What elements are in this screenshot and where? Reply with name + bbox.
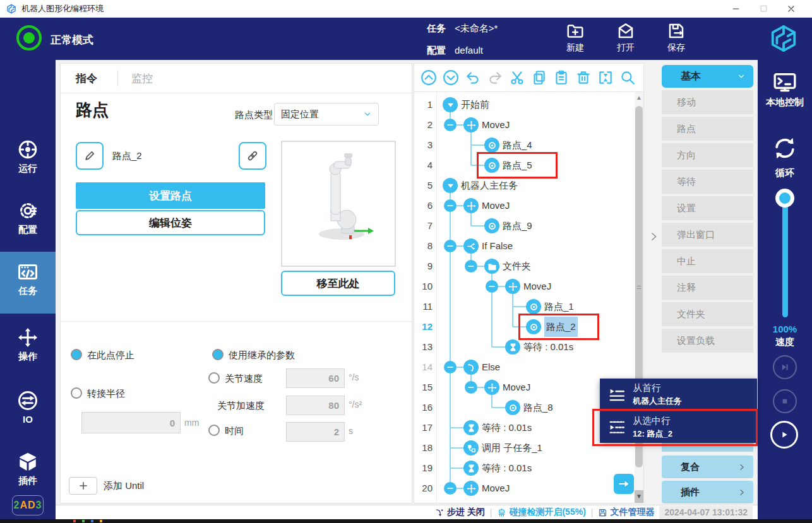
palette-item-9[interactable]: 设置负载 [662, 329, 753, 353]
subtask-node-icon[interactable] [463, 440, 479, 455]
waypoint-node-icon[interactable] [505, 400, 520, 415]
step-next-button[interactable] [773, 355, 797, 379]
tree-row-label[interactable]: 机器人主任务 [461, 175, 518, 196]
sidebar-item-run[interactable]: 运行 [0, 129, 56, 191]
blend-radius-input[interactable]: 0 [81, 412, 181, 433]
joint-speed-input[interactable]: 60 [286, 368, 345, 388]
waypoint-node-icon[interactable] [484, 158, 499, 173]
speed-slider-track[interactable] [782, 197, 788, 317]
branch-node-icon[interactable] [463, 238, 479, 254]
palette-item-6[interactable]: 中止 [662, 249, 753, 273]
waypoint-node-icon[interactable] [484, 138, 499, 153]
collapse-minus-icon[interactable] [465, 260, 477, 273]
edit-pose-button[interactable]: 编辑位姿 [76, 210, 265, 235]
tree-row-label[interactable]: 路点_1 [544, 297, 574, 317]
copy-icon[interactable] [531, 69, 547, 86]
group-composite[interactable]: 复合 [662, 455, 753, 478]
mode-status-icon[interactable] [16, 25, 42, 50]
sidebar-item-config[interactable]: 配置 [0, 191, 56, 252]
undo-icon[interactable] [465, 69, 481, 86]
move-node-icon[interactable] [463, 117, 479, 132]
collapse-minus-icon[interactable] [486, 280, 498, 293]
ctx-item-run-from-selected[interactable]: 从选中行 12: 路点_2 [600, 411, 757, 443]
radio-time[interactable] [208, 425, 220, 436]
joint-acc-input[interactable]: 80 [286, 396, 345, 415]
link-waypoint-button[interactable] [239, 142, 266, 170]
wait-node-icon[interactable] [463, 461, 479, 476]
palette-item-0[interactable]: 移动 [662, 90, 753, 114]
panel-collapse-icon[interactable] [648, 230, 660, 245]
palette-item-4[interactable]: 设置 [662, 196, 753, 220]
collapse-minus-icon[interactable] [444, 240, 457, 252]
tree-row-label[interactable]: MoveJ [503, 377, 530, 397]
stop-button[interactable] [773, 389, 797, 413]
tree-row-label[interactable]: 等待 : 0.01s [482, 418, 532, 438]
radio-joint-speed[interactable] [208, 372, 220, 384]
insert-icon[interactable] [597, 69, 614, 86]
sidebar-item-task[interactable]: 任务 [0, 252, 56, 314]
local-control-icon[interactable] [771, 70, 799, 95]
redo-icon[interactable] [487, 69, 503, 86]
palette-item-3[interactable]: 等待 [662, 170, 753, 194]
radio-blend-radius[interactable] [71, 387, 82, 399]
time-input[interactable]: 2 [286, 422, 345, 442]
radio-use-inherited[interactable] [212, 349, 224, 360]
paste-icon[interactable] [553, 69, 570, 86]
collapse-node-icon[interactable] [443, 178, 458, 193]
palette-item-8[interactable]: 文件夹 [662, 302, 753, 326]
move-node-icon[interactable] [463, 198, 479, 213]
collapse-node-icon[interactable] [443, 97, 458, 112]
waypoint-node-icon[interactable] [526, 319, 541, 334]
waypoint-type-select[interactable]: 固定位置 [274, 103, 379, 126]
delete-icon[interactable] [575, 69, 592, 86]
rename-waypoint-button[interactable] [76, 142, 104, 170]
palette-item-2[interactable]: 方向 [662, 143, 753, 167]
tree-row-label[interactable]: If False [482, 236, 513, 256]
maximize-button[interactable] [753, 2, 774, 16]
add-until-button[interactable] [69, 477, 97, 495]
waypoint-node-icon[interactable] [526, 299, 541, 314]
wait-node-icon[interactable] [505, 339, 520, 355]
collapse-minus-icon[interactable] [465, 381, 477, 394]
file-manager-status[interactable]: 文件管理器 [598, 507, 654, 518]
palette-header-basic[interactable]: 基本 [662, 65, 753, 88]
move-node-icon[interactable] [463, 481, 479, 496]
tree-row-label[interactable]: 调用 子任务_1 [482, 438, 542, 458]
set-waypoint-button[interactable]: 设置路点 [76, 182, 265, 209]
tree-row-label[interactable]: MoveJ [482, 196, 510, 216]
folder-node-icon[interactable] [484, 259, 499, 274]
speed-slider-handle[interactable] [775, 189, 794, 208]
tree-row-label[interactable]: MoveJ [482, 478, 510, 498]
tree-row-label[interactable]: 等待 : 0.01s [482, 458, 532, 478]
waypoint-node-icon[interactable] [484, 218, 499, 233]
new-button[interactable]: 新建 [557, 21, 594, 57]
palette-item-7[interactable]: 注释 [662, 276, 753, 300]
step-mode-status[interactable]: 步进 关闭 [435, 507, 485, 518]
tree-row-label[interactable]: 等待 : 0.01s [523, 337, 573, 357]
play-button[interactable] [770, 421, 798, 449]
wait-node-icon[interactable] [463, 420, 479, 435]
open-button[interactable]: 打开 [607, 21, 644, 57]
tree-row-label[interactable]: MoveJ [523, 276, 551, 297]
collapse-minus-icon[interactable] [444, 119, 457, 131]
minimize-button[interactable] [725, 2, 746, 16]
collapse-minus-icon[interactable] [444, 361, 457, 373]
tree-row-label[interactable]: 路点_2 [544, 317, 578, 337]
loop-icon[interactable] [771, 134, 799, 162]
palette-item-5[interactable]: 弹出窗口 [662, 223, 753, 247]
tree-row-label[interactable]: 开始前 [461, 95, 489, 115]
tab-instruction[interactable]: 指令 [76, 71, 97, 86]
else-node-icon[interactable] [463, 360, 479, 375]
jump-to-selected-button[interactable] [614, 474, 634, 494]
palette-hidden-group[interactable] [662, 442, 753, 452]
ctx-item-run-from-top[interactable]: 从首行 机器人主任务 [600, 379, 757, 411]
tree-row-label[interactable]: 文件夹 [503, 256, 531, 276]
move-node-icon[interactable] [484, 380, 499, 395]
sidebar-item-plugin[interactable]: 插件 [0, 442, 56, 503]
sidebar-item-io[interactable]: IO [0, 380, 56, 442]
scroll-down-icon[interactable]: ▼ [635, 490, 643, 503]
sidebar-item-operate[interactable]: 操作 [0, 317, 56, 379]
collapse-minus-icon[interactable] [444, 199, 457, 212]
scroll-up-icon[interactable]: ▲ [635, 94, 643, 101]
cut-icon[interactable] [509, 69, 525, 86]
